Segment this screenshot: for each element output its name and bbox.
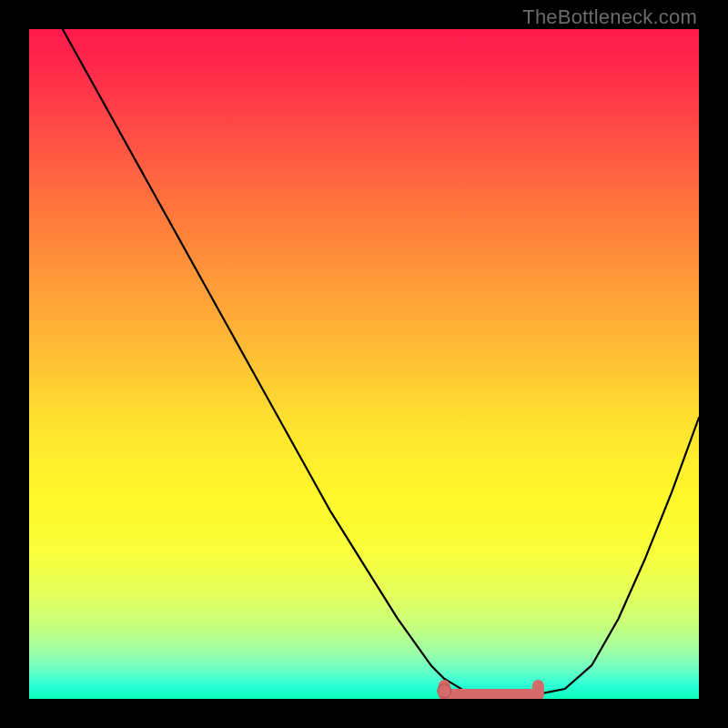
bottleneck-curve xyxy=(29,29,699,695)
plot-area xyxy=(29,29,699,699)
watermark-text: TheBottleneck.com xyxy=(522,5,697,29)
chart-frame: TheBottleneck.com xyxy=(0,0,728,728)
chart-svg xyxy=(29,29,699,699)
optimal-point-dot xyxy=(438,684,451,698)
